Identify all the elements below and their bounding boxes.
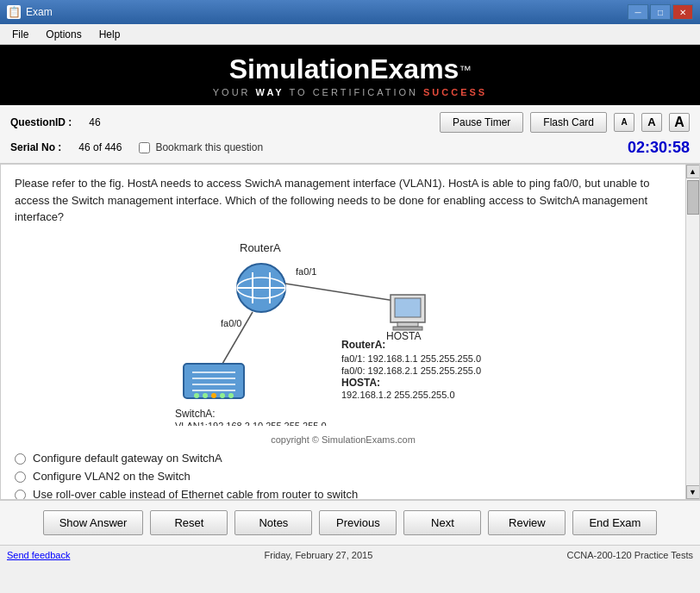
logo-brand: SimulationExams™ xyxy=(229,53,472,85)
close-button[interactable]: ✕ xyxy=(672,4,693,20)
answer-option-1: Configure VLAN2 on the Switch xyxy=(15,470,672,483)
svg-text:VLAN1:192.168.2.10 255.255.255: VLAN1:192.168.2.10 255.255.255.0 xyxy=(175,421,327,426)
bookmark-label: Bookmark this question xyxy=(155,141,263,153)
answer-radio-0[interactable] xyxy=(15,453,26,465)
svg-text:HOSTA:: HOSTA: xyxy=(341,377,380,389)
answer-text-2: Use roll-over cable instead of Ethernet … xyxy=(33,488,358,500)
scrollbar[interactable]: ▲ ▼ xyxy=(685,165,699,499)
svg-text:RouterA:: RouterA: xyxy=(341,339,385,351)
svg-line-7 xyxy=(285,284,395,301)
info-row-bottom: Serial No : 46 of 446 Bookmark this ques… xyxy=(10,139,690,157)
info-bar: QuestionID : 46 Pause Timer Flash Card A… xyxy=(0,105,700,164)
titlebar: 📋 Exam ─ □ ✕ xyxy=(0,0,700,24)
svg-text:HOSTA: HOSTA xyxy=(386,330,421,342)
bookmark-checkbox[interactable] xyxy=(139,142,150,153)
pause-timer-button[interactable]: Pause Timer xyxy=(440,112,523,133)
svg-text:fa0/0: fa0/0 xyxy=(221,318,241,328)
answer-radio-1[interactable] xyxy=(15,471,26,483)
svg-text:192.168.1.2 255.255.255.0: 192.168.1.2 255.255.255.0 xyxy=(341,390,455,400)
info-left-bottom: Serial No : 46 of 446 Bookmark this ques… xyxy=(10,141,263,153)
send-feedback-link[interactable]: Send feedback xyxy=(7,550,70,560)
svg-point-22 xyxy=(220,393,225,398)
copyright-text: copyright © SimulationExams.com xyxy=(15,434,672,445)
svg-point-19 xyxy=(194,393,199,398)
serial-value: 46 of 446 xyxy=(78,141,122,153)
status-exam: CCNA-200-120 Practice Tests xyxy=(566,550,693,560)
svg-rect-10 xyxy=(395,298,421,317)
svg-text:fa0/1: fa0/1 xyxy=(296,266,316,277)
svg-point-20 xyxy=(203,393,208,398)
logo-your: YOUR xyxy=(213,87,256,97)
timer-display: 02:30:58 xyxy=(628,139,690,157)
font-med-button[interactable]: A xyxy=(641,113,662,132)
answer-option-2: Use roll-over cable instead of Ethernet … xyxy=(15,488,672,500)
menu-file[interactable]: File xyxy=(3,27,37,42)
question-id-label: QuestionID : xyxy=(10,116,72,128)
show-answer-button[interactable]: Show Answer xyxy=(43,510,144,535)
question-id-value: 46 xyxy=(89,116,100,128)
minimize-button[interactable]: ─ xyxy=(628,4,648,20)
svg-point-21 xyxy=(211,393,216,398)
logo-way: WAY xyxy=(256,87,284,97)
scroll-up-button[interactable]: ▲ xyxy=(686,165,700,178)
answer-text-0: Configure default gateway on SwitchA xyxy=(33,452,222,465)
answer-text-1: Configure VLAN2 on the Switch xyxy=(33,470,191,483)
font-small-button[interactable]: A xyxy=(614,113,634,132)
app-icon: 📋 xyxy=(7,5,21,19)
timer-value: 02:30:58 xyxy=(628,139,690,156)
answer-radio-2[interactable] xyxy=(15,490,26,500)
network-diagram: RouterA fa0/1 fa0/0 xyxy=(15,236,672,426)
logo-subtitle: YOUR WAY TO CERTIFICATION SUCCESS xyxy=(213,87,487,97)
routera-label: RouterA xyxy=(240,241,281,254)
logo-success: SUCCESS xyxy=(423,87,487,97)
review-button[interactable]: Review xyxy=(488,510,566,535)
menubar: File Options Help xyxy=(0,24,700,45)
answer-options: Configure default gateway on SwitchA Con… xyxy=(15,452,672,500)
menu-options[interactable]: Options xyxy=(37,27,90,42)
logo-text: SimulationExams xyxy=(229,53,459,84)
bottom-bar: Show Answer Reset Notes Previous Next Re… xyxy=(0,500,700,545)
status-bar: Send feedback Friday, February 27, 2015 … xyxy=(0,545,700,564)
info-row-top: QuestionID : 46 Pause Timer Flash Card A… xyxy=(10,112,690,133)
scroll-thumb[interactable] xyxy=(687,180,699,215)
status-date: Friday, February 27, 2015 xyxy=(265,550,373,560)
scroll-down-button[interactable]: ▼ xyxy=(686,485,700,499)
titlebar-title: Exam xyxy=(26,6,628,18)
flashcard-button[interactable]: Flash Card xyxy=(530,112,607,133)
svg-rect-11 xyxy=(397,322,418,327)
previous-button[interactable]: Previous xyxy=(319,510,397,535)
info-right-top: Pause Timer Flash Card A A A xyxy=(440,112,690,133)
diagram-svg: RouterA fa0/1 fa0/0 xyxy=(128,236,559,426)
question-content: Please refer to the fig. HostA needs to … xyxy=(1,165,685,499)
svg-text:fa0/0: 192.168.2.1 255.255.255: fa0/0: 192.168.2.1 255.255.255.0 xyxy=(341,365,481,376)
question-area: Please refer to the fig. HostA needs to … xyxy=(0,164,700,500)
info-left-top: QuestionID : 46 xyxy=(10,116,101,128)
menu-help[interactable]: Help xyxy=(91,27,129,42)
reset-button[interactable]: Reset xyxy=(150,510,228,535)
bookmark-row: Bookmark this question xyxy=(139,141,263,153)
end-exam-button[interactable]: End Exam xyxy=(572,510,657,535)
notes-button[interactable]: Notes xyxy=(234,510,312,535)
font-large-button[interactable]: A xyxy=(669,113,690,132)
svg-text:SwitchA:: SwitchA: xyxy=(175,408,216,420)
serial-label: Serial No : xyxy=(10,141,61,153)
logo-tm: ™ xyxy=(459,62,471,76)
next-button[interactable]: Next xyxy=(403,510,481,535)
answer-option-0: Configure default gateway on SwitchA xyxy=(15,452,672,465)
maximize-button[interactable]: □ xyxy=(650,4,671,20)
window-controls: ─ □ ✕ xyxy=(628,4,693,20)
question-text: Please refer to the fig. HostA needs to … xyxy=(15,175,672,226)
logo-bar: SimulationExams™ YOUR WAY TO CERTIFICATI… xyxy=(0,45,700,105)
logo-middle: TO CERTIFICATION xyxy=(284,87,423,97)
svg-point-23 xyxy=(228,393,234,398)
svg-text:fa0/1: 192.168.1.1 255.255.255: fa0/1: 192.168.1.1 255.255.255.0 xyxy=(341,353,481,364)
